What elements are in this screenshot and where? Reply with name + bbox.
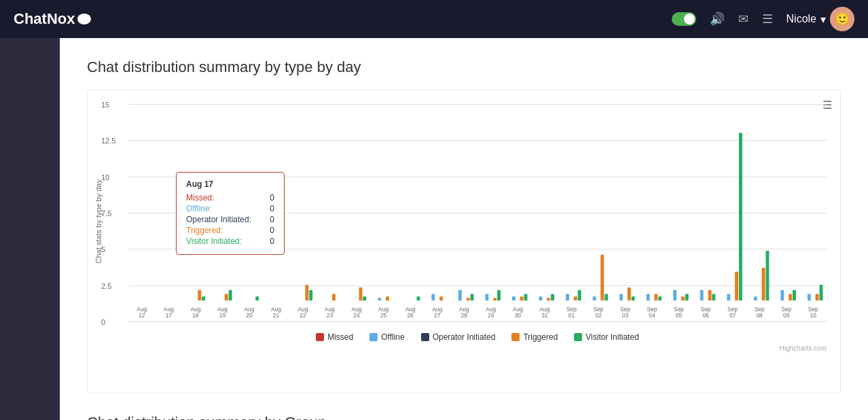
svg-rect-10 <box>378 298 381 300</box>
svg-text:17: 17 <box>166 312 173 319</box>
svg-text:07: 07 <box>729 312 736 319</box>
svg-rect-38 <box>658 296 662 300</box>
chart-tooltip: Aug 17 Missed: 0 Offline: 0 Operator Ini… <box>176 172 285 255</box>
svg-rect-31 <box>600 255 604 300</box>
menu-lines-icon[interactable]: ☰ <box>762 12 773 27</box>
layout: Chat distribution summary by type by day… <box>0 38 868 420</box>
svg-rect-17 <box>471 294 474 301</box>
tooltip-offline-label: Offline: <box>186 204 212 213</box>
svg-rect-11 <box>386 296 389 300</box>
svg-text:24: 24 <box>353 312 360 319</box>
legend-operator-color <box>421 333 429 341</box>
logo-bubble-icon <box>77 14 91 24</box>
svg-text:23: 23 <box>327 312 333 319</box>
page-title: Chat distribution summary by type by day <box>87 58 841 76</box>
chart-container: ☰ Chat stats by type by day 15 12.5 10 <box>87 90 841 393</box>
svg-text:Aug: Aug <box>459 305 469 312</box>
status-toggle[interactable] <box>672 12 696 26</box>
svg-text:Aug: Aug <box>378 305 388 312</box>
svg-text:Sep: Sep <box>755 305 765 312</box>
svg-rect-30 <box>593 296 596 300</box>
svg-rect-41 <box>685 294 689 301</box>
avatar: 🙂 <box>830 7 854 31</box>
svg-text:21: 21 <box>273 312 280 319</box>
svg-text:28: 28 <box>461 312 468 319</box>
svg-rect-6 <box>309 290 312 300</box>
legend-operator: Operator Initiated <box>421 332 496 342</box>
svg-rect-16 <box>467 298 470 300</box>
tooltip-offline-row: Offline: 0 <box>186 204 274 213</box>
svg-text:30: 30 <box>515 312 522 319</box>
svg-text:26: 26 <box>407 312 414 319</box>
svg-rect-4 <box>255 296 259 300</box>
tooltip-visitor-label: Visitor Initiated: <box>186 237 242 246</box>
svg-text:01: 01 <box>568 312 575 319</box>
svg-text:Aug: Aug <box>352 305 362 312</box>
svg-text:31: 31 <box>541 312 548 319</box>
svg-rect-32 <box>604 294 608 301</box>
tooltip-date: Aug 17 <box>186 179 274 189</box>
logo: ChatNox <box>14 10 91 28</box>
svg-rect-33 <box>619 294 623 301</box>
svg-text:Aug: Aug <box>432 305 442 312</box>
tooltip-missed-value: 0 <box>270 193 274 203</box>
svg-rect-39 <box>673 290 676 300</box>
svg-rect-56 <box>820 285 823 300</box>
svg-rect-1 <box>202 296 205 300</box>
svg-rect-5 <box>305 285 308 300</box>
svg-text:02: 02 <box>595 312 602 319</box>
mail-icon[interactable]: ✉ <box>738 12 748 27</box>
tooltip-offline-value: 0 <box>270 204 274 213</box>
svg-rect-12 <box>416 296 420 300</box>
svg-rect-44 <box>712 294 715 301</box>
svg-rect-28 <box>574 296 577 300</box>
legend-visitor-label: Visitor Initiated <box>585 332 639 342</box>
legend-missed-color <box>316 333 324 341</box>
svg-text:Aug: Aug <box>244 305 254 312</box>
svg-rect-15 <box>458 290 462 300</box>
tooltip-visitor-row: Visitor Initiated: 0 <box>186 237 274 246</box>
svg-rect-26 <box>551 294 554 301</box>
legend-triggered-label: Triggered <box>523 332 558 342</box>
tooltip-triggered-row: Triggered: 0 <box>186 226 274 235</box>
svg-text:Aug: Aug <box>325 305 335 312</box>
svg-text:Aug: Aug <box>137 305 147 312</box>
svg-rect-23 <box>524 294 528 301</box>
legend-missed-label: Missed <box>327 332 353 342</box>
svg-rect-55 <box>816 294 819 301</box>
svg-rect-37 <box>654 294 657 301</box>
legend-triggered-color <box>511 333 520 341</box>
svg-rect-27 <box>566 294 569 301</box>
second-page-title: Chat distribution summary by Group <box>87 414 841 420</box>
svg-text:18: 18 <box>192 312 199 319</box>
svg-text:29: 29 <box>488 312 494 319</box>
legend-offline: Offline <box>369 332 404 342</box>
grid-line-0: 0 <box>128 321 827 322</box>
svg-rect-3 <box>229 290 232 300</box>
volume-icon[interactable]: 🔊 <box>710 12 725 27</box>
svg-rect-53 <box>793 290 796 300</box>
tooltip-operator-label: Operator Initiated: <box>186 215 251 224</box>
svg-text:03: 03 <box>622 312 629 319</box>
svg-text:04: 04 <box>649 312 655 319</box>
svg-text:Sep: Sep <box>727 305 738 312</box>
svg-text:27: 27 <box>434 312 441 319</box>
tooltip-missed-row: Missed: 0 <box>186 193 274 203</box>
svg-rect-45 <box>727 294 730 301</box>
legend-visitor: Visitor Initiated <box>574 332 639 342</box>
tooltip-operator-value: 0 <box>270 215 274 224</box>
svg-text:Aug: Aug <box>217 305 228 312</box>
svg-rect-35 <box>632 296 635 300</box>
svg-text:Aug: Aug <box>513 305 523 312</box>
svg-rect-13 <box>431 294 435 301</box>
logo-text: ChatNox <box>14 10 75 28</box>
svg-text:06: 06 <box>702 312 709 319</box>
svg-text:20: 20 <box>246 312 253 319</box>
svg-rect-14 <box>439 296 443 300</box>
user-menu[interactable]: Nicole ▾ 🙂 <box>786 7 854 31</box>
tooltip-triggered-label: Triggered: <box>186 226 223 235</box>
svg-text:Aug: Aug <box>539 305 549 312</box>
svg-text:08: 08 <box>756 312 763 319</box>
tooltip-triggered-value: 0 <box>270 226 274 235</box>
svg-text:Sep: Sep <box>781 305 791 312</box>
